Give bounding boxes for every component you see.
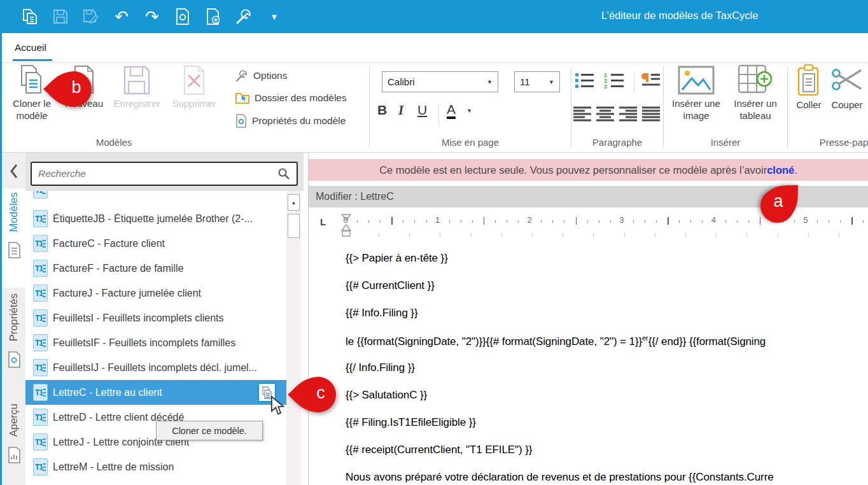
tools-wrench-icon[interactable] — [235, 8, 252, 25]
ruler-tick — [541, 220, 542, 223]
template-properties-label: Propriétés du modèle — [252, 115, 346, 127]
paragraph-marks-button[interactable] — [641, 72, 661, 88]
tab-accueil[interactable]: Accueil — [15, 42, 46, 53]
save-as-icon[interactable] — [83, 8, 99, 25]
tab-stop-indicator[interactable]: L — [320, 216, 326, 227]
ruler-tick — [702, 220, 703, 223]
ruler-tick — [368, 220, 369, 223]
cut-button[interactable]: Couper — [827, 64, 867, 111]
undo-icon[interactable]: ↶ — [113, 8, 130, 25]
underline-button[interactable]: U — [417, 102, 427, 118]
search-icon[interactable] — [277, 167, 290, 180]
redo-icon[interactable]: ↷ — [144, 8, 160, 25]
list-item-partial[interactable]: T1 — [25, 191, 286, 202]
ruler-tick — [507, 220, 507, 223]
template-code-line[interactable]: Nous avons préparé votre déclaration de … — [346, 471, 868, 485]
ruler-tick — [633, 220, 634, 223]
italic-button[interactable]: I — [398, 102, 403, 118]
ruler-subtick — [685, 233, 686, 237]
ruler-number: 2 — [528, 215, 532, 225]
align-right-button[interactable] — [619, 106, 638, 122]
template-code-line[interactable]: {{# CurrentClient }} — [346, 279, 868, 295]
ruler-subtick — [379, 233, 379, 237]
clone-template-icon[interactable] — [22, 8, 38, 25]
numbered-list-button[interactable]: 123 — [603, 72, 625, 88]
align-left-button[interactable] — [573, 106, 592, 122]
title-bar: ↶ ↷ ▼ L’éditeur de modèles de TaxCycle — [0, 0, 868, 33]
bullet-list-button[interactable] — [575, 72, 595, 88]
search-input[interactable] — [32, 168, 277, 179]
ruler-subtick — [471, 233, 472, 237]
list-item[interactable]: T1 FeuilletsI - Feuillets incomplets cli… — [25, 306, 286, 330]
sidebar-tab-apercu[interactable]: Aperçu — [2, 400, 25, 485]
sidebar-tab-proprietes[interactable]: Propriétés — [2, 290, 25, 398]
sidebar-tab-modeles[interactable]: Modèles — [2, 188, 25, 288]
ruler-tick — [645, 220, 645, 223]
save-template-label: Enregistrer — [113, 97, 160, 109]
document-header-text: Modifier : LettreC — [316, 191, 394, 202]
search-box[interactable] — [31, 162, 298, 186]
group-separator — [369, 67, 370, 148]
template-code-line[interactable]: {{# Info.Filing }} — [346, 307, 868, 322]
list-item[interactable]: T1 LettreM - Lettre de mission — [25, 454, 286, 479]
options-button[interactable]: Options — [235, 69, 287, 82]
numbered-list-icon: 123 — [603, 72, 625, 88]
document-gear-icon — [235, 114, 247, 128]
font-color-caret-icon[interactable]: ▼ — [466, 108, 472, 114]
align-justify-icon — [642, 106, 661, 122]
template-icon: T1 — [33, 309, 48, 327]
toolbar-options-caret-icon[interactable]: ▼ — [266, 8, 283, 25]
align-justify-button[interactable] — [642, 106, 661, 122]
template-folder-label: Dossier des modèles — [255, 92, 347, 104]
save-icon[interactable] — [52, 8, 69, 25]
folder-icon — [235, 92, 249, 104]
tooltip: Cloner ce modèle. — [156, 421, 263, 440]
font-color-button[interactable]: A — [447, 102, 456, 119]
ruler-tick — [426, 220, 427, 223]
font-size-value: 11 — [520, 76, 530, 87]
bold-button[interactable]: B — [377, 102, 387, 118]
group-label-clipboard: Presse-pap — [806, 137, 868, 148]
ruler-number: 1 — [435, 215, 440, 225]
list-item-selected[interactable]: T1 LettreC - Lettre au client — [25, 380, 286, 405]
list-item[interactable]: T1 FactureC - Facture client — [25, 231, 286, 256]
chevron-down-icon: ▼ — [549, 79, 554, 85]
list-item[interactable]: T1 FeuilletsIF - Feuillets incomplets fa… — [25, 330, 286, 355]
list-item[interactable]: T1 FactureJ - Facture jumelée client — [25, 281, 286, 306]
ruler-tick — [380, 220, 381, 223]
options-label: Options — [253, 70, 287, 81]
template-code-line[interactable]: {{/ Info.Filing }} — [346, 362, 868, 377]
new-document-icon[interactable] — [205, 8, 221, 25]
ribbon-tab-row: Accueil — [0, 33, 868, 63]
ruler-subtick — [655, 233, 655, 237]
collapse-panel-button[interactable] — [6, 160, 22, 182]
list-item[interactable]: T1 ÉtiquetteJB - Étiquette jumelée Broth… — [25, 206, 286, 231]
font-size-select[interactable]: 11 ▼ — [514, 71, 560, 92]
list-scrollbar[interactable]: ▲ — [286, 191, 301, 485]
ruler-tick — [599, 220, 599, 223]
insert-table-button[interactable]: Insérer un tableau — [728, 64, 783, 122]
scroll-up-button[interactable]: ▲ — [288, 194, 300, 211]
scrollbar-thumb[interactable] — [288, 214, 300, 238]
template-code-line[interactable]: {{# Filing.IsT1EfileEligible }} — [346, 416, 868, 432]
template-folder-button[interactable]: Dossier des modèles — [235, 92, 347, 104]
group-separator — [787, 67, 788, 148]
list-item[interactable]: T1 FeuilletsIJ - Feuillets incomplets dé… — [25, 355, 286, 380]
paste-button[interactable]: Coller — [793, 64, 825, 111]
list-item[interactable]: T1 FactureF - Facture de famille — [25, 256, 286, 281]
font-name-select[interactable]: Calibri ▼ — [382, 71, 498, 92]
save-template-button[interactable]: Enregistrer — [109, 64, 164, 109]
insert-image-button[interactable]: Insérer une image — [669, 64, 723, 122]
align-left-icon — [573, 106, 592, 122]
taxcycle-template-editor-window: ↶ ↷ ▼ L’éditeur de modèles de TaxCycle A… — [0, 0, 868, 485]
template-code-line[interactable]: {{> SalutationC }} — [346, 389, 868, 404]
align-center-button[interactable] — [596, 106, 615, 122]
align-center-icon — [596, 106, 615, 122]
template-code-line[interactable]: {{# receipt(CurrentClient, "T1 EFILE") }… — [346, 444, 868, 459]
delete-template-button[interactable]: Supprimer — [167, 64, 221, 109]
template-code-line[interactable]: le {{format(SigningDate, "2")}}{{# forma… — [346, 334, 868, 349]
document-settings-icon[interactable] — [174, 8, 191, 25]
template-properties-button[interactable]: Propriétés du modèle — [235, 114, 346, 128]
template-code-line[interactable]: {{> Papier à en-tête }} — [346, 252, 868, 267]
group-separator — [663, 67, 664, 148]
